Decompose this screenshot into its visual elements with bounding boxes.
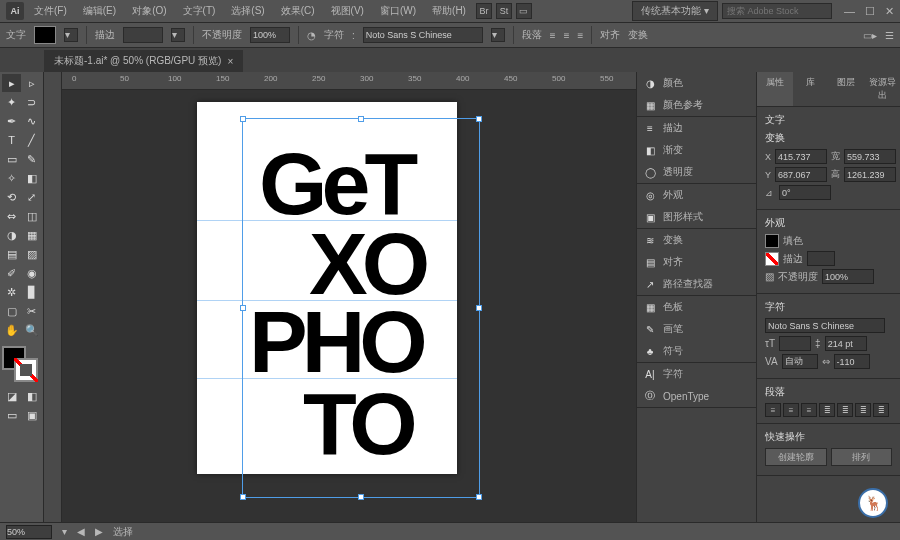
panel-color[interactable]: ◑颜色: [637, 72, 756, 94]
tracking-prop[interactable]: [834, 354, 870, 369]
create-outlines-button[interactable]: 创建轮廓: [765, 448, 827, 466]
bridge-icon[interactable]: Br: [476, 3, 492, 19]
recolor-icon[interactable]: ◔: [307, 30, 316, 41]
transform-h-input[interactable]: [844, 167, 896, 182]
panel-swatches[interactable]: ▦色板: [637, 296, 756, 318]
window-minimize-icon[interactable]: —: [844, 5, 855, 18]
panel-transform[interactable]: ≋变换: [637, 229, 756, 251]
para-justify-right[interactable]: ≣: [855, 403, 871, 417]
color-swatches[interactable]: [2, 346, 38, 382]
menu-help[interactable]: 帮助(H): [426, 2, 472, 20]
para-align-left[interactable]: ≡: [765, 403, 781, 417]
arrange-button[interactable]: 排列: [831, 448, 893, 466]
zoom-dropdown-icon[interactable]: ▾: [62, 526, 67, 537]
panel-symbols[interactable]: ♣符号: [637, 340, 756, 362]
panel-opentype[interactable]: ⓄOpenType: [637, 385, 756, 407]
selection-tool[interactable]: ▸: [2, 74, 21, 92]
transform-x-input[interactable]: [775, 149, 827, 164]
zoom-level-input[interactable]: [6, 525, 52, 539]
art-text-line-2[interactable]: XO: [309, 230, 424, 299]
draw-normal-icon[interactable]: ▭: [2, 406, 21, 424]
opacity-prop-input[interactable]: [822, 269, 874, 284]
artboard-tool[interactable]: ▢: [2, 302, 21, 320]
artboard-nav-next-icon[interactable]: ▶: [95, 526, 103, 537]
blend-tool[interactable]: ◉: [22, 264, 41, 282]
stroke-dropdown[interactable]: ▾: [171, 28, 185, 42]
zoom-tool[interactable]: 🔍: [22, 321, 41, 339]
stroke-swatch[interactable]: [14, 358, 38, 382]
panel-stroke[interactable]: ≡描边: [637, 117, 756, 139]
panel-transparency[interactable]: ◯透明度: [637, 161, 756, 183]
artboard-nav-prev-icon[interactable]: ◀: [77, 526, 85, 537]
lasso-tool[interactable]: ⊃: [22, 93, 41, 111]
art-text-line-1[interactable]: GeT: [259, 150, 412, 219]
font-size-prop[interactable]: [779, 336, 811, 351]
font-family-input[interactable]: [363, 27, 483, 43]
color-mode-icon[interactable]: ◪: [2, 387, 21, 405]
workspace-switcher[interactable]: 传统基本功能 ▾: [632, 1, 718, 21]
align-left-icon[interactable]: ≡: [550, 30, 556, 41]
transform-w-input[interactable]: [844, 149, 896, 164]
gradient-mode-icon[interactable]: ◧: [22, 387, 41, 405]
paintbrush-tool[interactable]: ✎: [22, 150, 41, 168]
stroke-swatch-prop[interactable]: [765, 252, 779, 266]
curvature-tool[interactable]: ∿: [22, 112, 41, 130]
leading-prop[interactable]: [825, 336, 867, 351]
panel-menu-icon[interactable]: ▭▸: [863, 30, 877, 41]
panel-align[interactable]: ▤对齐: [637, 251, 756, 273]
column-graph-tool[interactable]: ▊: [22, 283, 41, 301]
para-justify-center[interactable]: ≣: [837, 403, 853, 417]
art-text-line-4[interactable]: TO: [303, 390, 412, 459]
align-center-icon[interactable]: ≡: [564, 30, 570, 41]
tab-properties[interactable]: 属性: [757, 72, 793, 106]
menu-edit[interactable]: 编辑(E): [77, 2, 122, 20]
magic-wand-tool[interactable]: ✦: [2, 93, 21, 111]
font-dropdown[interactable]: ▾: [491, 28, 505, 42]
align-right-icon[interactable]: ≡: [577, 30, 583, 41]
transform-rotate-input[interactable]: [779, 185, 831, 200]
fill-color-swatch[interactable]: [34, 26, 56, 44]
mesh-tool[interactable]: ▤: [2, 245, 21, 263]
hand-tool[interactable]: ✋: [2, 321, 21, 339]
menu-view[interactable]: 视图(V): [325, 2, 370, 20]
tab-asset-export[interactable]: 资源导出: [864, 72, 900, 106]
window-close-icon[interactable]: ✕: [885, 5, 894, 18]
kerning-mode-prop[interactable]: [782, 354, 818, 369]
shaper-tool[interactable]: ✧: [2, 169, 21, 187]
art-text-line-3[interactable]: PHO: [249, 308, 422, 377]
window-maximize-icon[interactable]: ☐: [865, 5, 875, 18]
line-segment-tool[interactable]: ╱: [22, 131, 41, 149]
direct-selection-tool[interactable]: ▹: [22, 74, 41, 92]
panel-graphic-styles[interactable]: ▣图形样式: [637, 206, 756, 228]
type-tool[interactable]: T: [2, 131, 21, 149]
scale-tool[interactable]: ⤢: [22, 188, 41, 206]
arrange-icon[interactable]: ▭: [516, 3, 532, 19]
width-tool[interactable]: ⇔: [2, 207, 21, 225]
gradient-tool[interactable]: ▨: [22, 245, 41, 263]
eraser-tool[interactable]: ◧: [22, 169, 41, 187]
rectangle-tool[interactable]: ▭: [2, 150, 21, 168]
fill-dropdown[interactable]: ▾: [64, 28, 78, 42]
panel-character[interactable]: A|字符: [637, 363, 756, 385]
search-stock-input[interactable]: [722, 3, 832, 19]
opacity-input[interactable]: [250, 27, 290, 43]
menu-window[interactable]: 窗口(W): [374, 2, 422, 20]
transform-y-input[interactable]: [775, 167, 827, 182]
screen-mode-icon[interactable]: ▣: [22, 406, 41, 424]
eyedropper-tool[interactable]: ✐: [2, 264, 21, 282]
panel-gradient[interactable]: ◧渐变: [637, 139, 756, 161]
menu-effect[interactable]: 效果(C): [275, 2, 321, 20]
stock-icon[interactable]: St: [496, 3, 512, 19]
menu-file[interactable]: 文件(F): [28, 2, 73, 20]
panel-color-guide[interactable]: ▦颜色参考: [637, 94, 756, 116]
close-tab-icon[interactable]: ×: [227, 56, 233, 67]
options-flyout-icon[interactable]: ☰: [885, 30, 894, 41]
stroke-weight-input[interactable]: [123, 27, 163, 43]
tab-libraries[interactable]: 库: [793, 72, 829, 106]
font-family-prop[interactable]: [765, 318, 885, 333]
rotate-tool[interactable]: ⟲: [2, 188, 21, 206]
menu-object[interactable]: 对象(O): [126, 2, 172, 20]
document-tab[interactable]: 未标题-1.ai* @ 50% (RGB/GPU 预览) ×: [44, 50, 243, 72]
para-justify-all[interactable]: ≣: [873, 403, 889, 417]
symbol-sprayer-tool[interactable]: ✲: [2, 283, 21, 301]
